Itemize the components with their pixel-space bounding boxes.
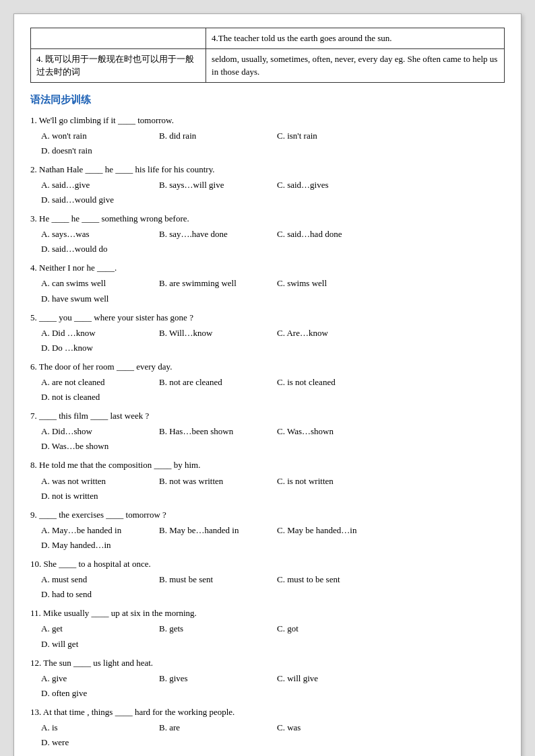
option: B. May be…handed in <box>159 523 277 538</box>
option: A. can swims well <box>41 276 159 291</box>
options-row: A. was not writtenB. not was writtenC. i… <box>30 474 505 504</box>
option: A. give <box>41 671 159 686</box>
question-stem: 8. He told me that the composition ____ … <box>30 458 505 473</box>
option: C. was <box>277 720 395 735</box>
option: C. got <box>277 621 395 636</box>
option: D. were <box>41 735 159 750</box>
option: B. says…will give <box>159 178 277 193</box>
option: D. have swum well <box>41 291 159 306</box>
option: B. gives <box>159 671 277 686</box>
question-block: 8. He told me that the composition ____ … <box>30 458 505 503</box>
option: D. said…would give <box>41 193 159 207</box>
question-stem: 5. ____ you ____ where your sister has g… <box>30 310 505 325</box>
question-block: 11. Mike usually ____ up at six in the m… <box>30 606 505 651</box>
option: A. said…give <box>41 178 159 193</box>
question-stem: 3. He ____ he ____ something wrong befor… <box>30 211 505 226</box>
question-stem: 7. ____ this film ____ last week ? <box>30 409 505 423</box>
option: D. will get <box>41 637 159 652</box>
option: D. doesn't rain <box>41 143 159 158</box>
options-row: A. isB. areC. wasD. were <box>30 720 505 750</box>
option: D. said…would do <box>41 242 159 256</box>
question-block: 1. We'll go climbing if it ____ tomorrow… <box>30 113 505 158</box>
options-row: A. getB. getsC. gotD. will get <box>30 621 505 651</box>
options-row: A. must sendB. must be sentC. must to be… <box>30 572 505 602</box>
option: D. not is cleaned <box>41 390 159 405</box>
option: A. are not cleaned <box>41 375 159 390</box>
option: A. Did …know <box>41 326 159 341</box>
option: A. won't rain <box>41 129 159 143</box>
option: A. says…was <box>41 227 159 242</box>
section-title: 语法同步训练 <box>30 94 505 106</box>
option: C. will give <box>277 671 395 686</box>
option: D. Was…be shown <box>41 439 159 454</box>
option: B. Will…know <box>159 326 277 341</box>
options-row: A. giveB. givesC. will giveD. often give <box>30 671 505 701</box>
option: A. get <box>41 621 159 636</box>
options-row: A. says…wasB. say….have doneC. said…had … <box>30 227 505 256</box>
option: D. Do …know <box>41 341 159 355</box>
question-block: 7. ____ this film ____ last week ?A. Did… <box>30 409 505 454</box>
option: B. gets <box>159 621 277 636</box>
option: D. often give <box>41 686 159 701</box>
question-stem: 6. The door of her room ____ every day. <box>30 359 505 374</box>
option: C. Was…shown <box>277 424 395 439</box>
question-stem: 13. At that time , things ____ hard for … <box>30 705 505 720</box>
option: A. is <box>41 720 159 735</box>
option: D. not is written <box>41 489 159 504</box>
option: C. is not written <box>277 474 395 489</box>
option: C. isn't rain <box>277 129 395 143</box>
question-block: 5. ____ you ____ where your sister has g… <box>30 310 505 355</box>
options-row: A. Did …knowB. Will…knowC. Are…knowD. Do… <box>30 326 505 355</box>
table-row: 4. 既可以用于一般现在时也可以用于一般过去时的词seldom, usually… <box>31 48 505 82</box>
option: C. must to be sent <box>277 572 395 587</box>
question-stem: 1. We'll go climbing if it ____ tomorrow… <box>30 113 505 128</box>
question-stem: 4. Neither I nor he ____. <box>30 261 505 275</box>
options-row: A. Did…showB. Has…been shownC. Was…shown… <box>30 424 505 454</box>
question-block: 3. He ____ he ____ something wrong befor… <box>30 211 505 256</box>
options-row: A. said…giveB. says…will giveC. said…giv… <box>30 178 505 207</box>
option: B. not was written <box>159 474 277 489</box>
option: D. May handed…in <box>41 538 159 553</box>
question-stem: 12. The sun ____ us light and heat. <box>30 656 505 671</box>
option: A. must send <box>41 572 159 587</box>
options-row: A. May…be handed inB. May be…handed inC.… <box>30 523 505 553</box>
option: C. said…gives <box>277 178 395 193</box>
question-stem: 10. She ____ to a hospital at once. <box>30 557 505 572</box>
question-stem: 2. Nathan Hale ____ he ____ his life for… <box>30 162 505 177</box>
page: 4.The teacher told us the earth goes aro… <box>13 13 522 756</box>
options-row: A. are not cleanedB. not are cleanedC. i… <box>30 375 505 405</box>
options-row: A. won't rainB. did rainC. isn't rainD. … <box>30 129 505 158</box>
options-row: A. can swims wellB. are swimming wellC. … <box>30 276 505 306</box>
option: C. said…had done <box>277 227 395 242</box>
question-block: 4. Neither I nor he ____.A. can swims we… <box>30 261 505 306</box>
question-block: 12. The sun ____ us light and heat.A. gi… <box>30 656 505 701</box>
option: A. May…be handed in <box>41 523 159 538</box>
question-block: 9. ____ the exercises ____ tomorrow ?A. … <box>30 508 505 553</box>
question-block: 10. She ____ to a hospital at once.A. mu… <box>30 557 505 602</box>
question-block: 2. Nathan Hale ____ he ____ his life for… <box>30 162 505 207</box>
option: C. May be handed…in <box>277 523 395 538</box>
option: D. had to send <box>41 587 159 602</box>
option: B. Has…been shown <box>159 424 277 439</box>
option: B. must be sent <box>159 572 277 587</box>
question-block: 13. At that time , things ____ hard for … <box>30 705 505 750</box>
option: C. is not cleaned <box>277 375 395 390</box>
option: B. are swimming well <box>159 276 277 291</box>
option: C. swims well <box>277 276 395 291</box>
question-stem: 11. Mike usually ____ up at six in the m… <box>30 606 505 621</box>
table-row: 4.The teacher told us the earth goes aro… <box>31 28 505 49</box>
option: B. are <box>159 720 277 735</box>
option: B. did rain <box>159 129 277 143</box>
option: B. say….have done <box>159 227 277 242</box>
option: B. not are cleaned <box>159 375 277 390</box>
question-stem: 9. ____ the exercises ____ tomorrow ? <box>30 508 505 522</box>
option: A. Did…show <box>41 424 159 439</box>
question-block: 6. The door of her room ____ every day.A… <box>30 359 505 405</box>
grammar-table: 4.The teacher told us the earth goes aro… <box>30 28 505 83</box>
option: C. Are…know <box>277 326 395 341</box>
option: A. was not written <box>41 474 159 489</box>
